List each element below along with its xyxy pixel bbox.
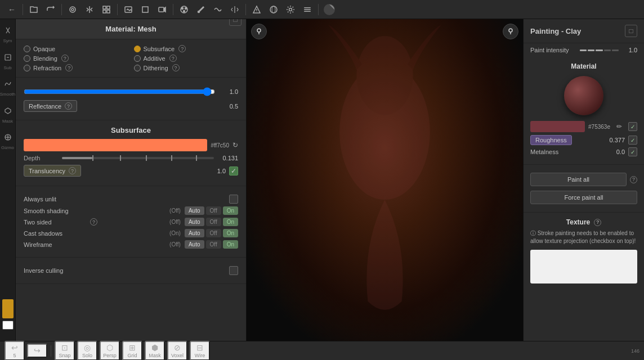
- additive-option[interactable]: Additive ?: [134, 55, 239, 62]
- mask-bottom-btn[interactable]: ⬢ Mask: [145, 341, 165, 360]
- roughness-checkbox[interactable]: [628, 136, 637, 145]
- separator: [245, 4, 246, 15]
- sym-label: Sym: [3, 38, 12, 44]
- opaque-option[interactable]: Opaque: [24, 45, 128, 52]
- metalness-checkbox[interactable]: [628, 147, 637, 156]
- image-btn[interactable]: [121, 2, 136, 17]
- blending-option[interactable]: Blending ?: [24, 55, 128, 62]
- stroke-btn[interactable]: [211, 2, 225, 17]
- refraction-help[interactable]: ?: [65, 64, 73, 71]
- persp-btn[interactable]: ⬡ Persp: [100, 341, 120, 360]
- share-btn[interactable]: [43, 2, 58, 17]
- folder-btn[interactable]: [26, 2, 41, 17]
- snap-bottom-btn[interactable]: ⊡ Snap: [55, 341, 75, 360]
- wire-btn[interactable]: ⊟ Wire: [190, 341, 210, 360]
- force-paint-all-btn[interactable]: Force paint all: [530, 191, 637, 204]
- dithering-radio[interactable]: [134, 65, 141, 71]
- subsurface-color-swatch[interactable]: [24, 139, 207, 151]
- roughness-btn[interactable]: Roughness: [530, 135, 572, 145]
- depth-slider-track[interactable]: [62, 157, 214, 159]
- dithering-help[interactable]: ?: [172, 64, 180, 71]
- sub-sidebar-btn[interactable]: [1, 51, 15, 64]
- material-pin-btn[interactable]: □: [229, 19, 242, 26]
- wireframe-auto-btn[interactable]: Auto: [185, 240, 204, 249]
- wireframe-on-btn[interactable]: On: [223, 240, 238, 249]
- reflectance-btn[interactable]: Reflectance ?: [24, 100, 77, 112]
- grid-btn[interactable]: ⊞ Grid: [122, 341, 142, 360]
- palette-btn[interactable]: [177, 2, 191, 17]
- redo-btn[interactable]: ↪: [27, 344, 47, 358]
- subsurface-help[interactable]: ?: [178, 45, 186, 52]
- symmetry-btn[interactable]: [82, 2, 97, 17]
- canvas-pin-left[interactable]: [251, 24, 267, 39]
- snap-btn-top[interactable]: [99, 2, 114, 17]
- two-sided-off-btn[interactable]: Off: [206, 218, 221, 226]
- two-sided-auto-btn[interactable]: Auto: [185, 218, 204, 226]
- gear-btn[interactable]: [283, 2, 298, 17]
- two-sided-on-btn[interactable]: On: [223, 218, 238, 226]
- paint-all-btn[interactable]: Paint all: [530, 173, 627, 186]
- inverse-culling-checkbox[interactable]: [229, 266, 238, 275]
- additive-help[interactable]: ?: [169, 55, 177, 62]
- opaque-radio[interactable]: [24, 46, 30, 52]
- two-sided-help[interactable]: ?: [90, 218, 97, 226]
- solo-btn[interactable]: ◎ Solo: [77, 341, 97, 360]
- translucency-checkbox[interactable]: ✓: [229, 166, 238, 176]
- subsurface-option[interactable]: Subsurface ?: [134, 45, 239, 52]
- cast-shadows-on-btn[interactable]: On: [223, 229, 238, 237]
- always-unlit-checkbox[interactable]: [229, 195, 238, 204]
- subsurface-refresh-btn[interactable]: ↻: [232, 141, 238, 149]
- cast-shadows-auto-btn[interactable]: Auto: [185, 229, 204, 237]
- menu-btn[interactable]: [300, 2, 315, 17]
- separator: [117, 4, 118, 15]
- paint-intensity-track[interactable]: [580, 50, 619, 51]
- subsurface-section-title: Subsurface: [24, 126, 238, 134]
- depth-stop-4: [171, 155, 172, 161]
- gizmo-sidebar-btn[interactable]: [1, 130, 15, 144]
- opacity-slider[interactable]: [24, 86, 215, 98]
- refraction-radio[interactable]: [24, 65, 30, 71]
- reflectance-help[interactable]: ?: [65, 102, 72, 110]
- translucency-btn[interactable]: Translucency ?: [24, 165, 81, 177]
- back-btn[interactable]: ←: [5, 2, 19, 17]
- white-swatch[interactable]: [2, 321, 14, 330]
- texture-preview[interactable]: [530, 250, 637, 284]
- voxel-btn[interactable]: ⊘ Voxel: [167, 341, 187, 360]
- subsurface-radio[interactable]: [134, 46, 141, 52]
- snap-bottom-label: Snap: [59, 353, 70, 358]
- blending-radio[interactable]: [24, 55, 30, 62]
- color-swatch-strip[interactable]: [2, 299, 14, 318]
- dithering-option[interactable]: Dithering ?: [134, 64, 239, 71]
- smooth-on-btn[interactable]: On: [223, 206, 238, 215]
- mirror-btn[interactable]: [227, 2, 242, 17]
- smooth-auto-btn[interactable]: Auto: [185, 206, 204, 215]
- blending-help[interactable]: ?: [61, 55, 69, 62]
- smooth-off-btn[interactable]: Off: [206, 206, 221, 215]
- opacity-section: 1.0 Reflectance ? 0.5: [16, 78, 246, 120]
- right-pin-btn[interactable]: □: [625, 25, 637, 37]
- material-color-rect[interactable]: [530, 121, 585, 132]
- texture-help[interactable]: ?: [594, 219, 601, 226]
- material-edit-btn[interactable]: ✏: [614, 121, 625, 132]
- avatar-btn[interactable]: [322, 2, 337, 17]
- sphere-btn[interactable]: [266, 2, 281, 17]
- canvas-area[interactable]: [247, 19, 523, 341]
- undo-btn[interactable]: ↩ 5: [5, 341, 25, 360]
- wireframe-off-btn[interactable]: Off: [206, 240, 221, 249]
- smooth-sidebar-btn[interactable]: [1, 77, 15, 91]
- view-btn[interactable]: [65, 2, 80, 17]
- refraction-option[interactable]: Refraction ?: [24, 64, 128, 71]
- translucency-help[interactable]: ?: [69, 167, 76, 174]
- shape-btn[interactable]: [138, 2, 153, 17]
- video-btn[interactable]: [155, 2, 169, 17]
- brush-btn[interactable]: [194, 2, 208, 17]
- cast-shadows-off-btn[interactable]: Off: [206, 229, 221, 237]
- sym-sidebar-btn[interactable]: [1, 24, 15, 37]
- paint-all-help[interactable]: ?: [630, 176, 637, 183]
- warn-btn[interactable]: [249, 2, 264, 17]
- additive-radio[interactable]: [134, 55, 141, 62]
- material-color-checkbox[interactable]: [628, 122, 637, 131]
- mask-sidebar-btn[interactable]: [1, 104, 15, 118]
- canvas-pin-right[interactable]: [503, 24, 518, 39]
- material-color-row: #75363e ✏: [530, 121, 637, 132]
